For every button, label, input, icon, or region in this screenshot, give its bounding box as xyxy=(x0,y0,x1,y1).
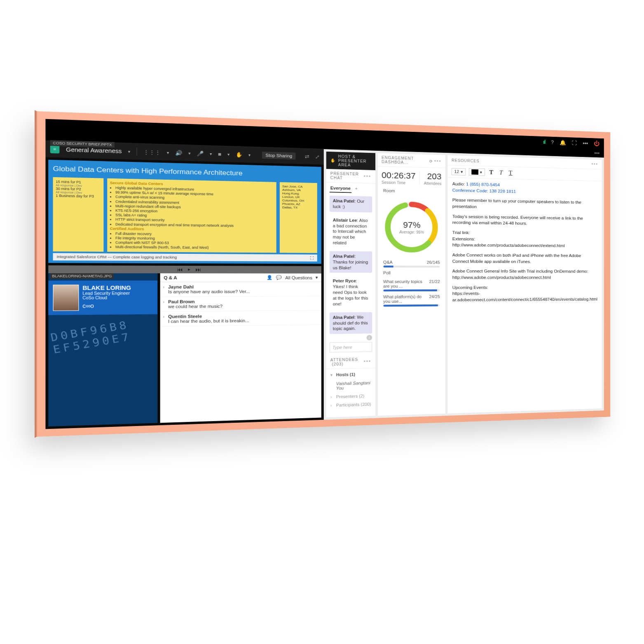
avatar xyxy=(53,285,79,311)
nametag-filename: BLAKELORING-NAMETAG.JPG xyxy=(50,273,114,279)
app-logo-icon[interactable]: ⌗ xyxy=(50,145,60,154)
session-time-label: Session Time xyxy=(382,180,416,185)
bell-icon[interactable]: 🔔 xyxy=(560,140,566,146)
pod-menu-icon[interactable]: ••• xyxy=(364,174,371,179)
fullscreen-icon[interactable]: ⛶ xyxy=(572,140,577,146)
slide-content: Global Data Centers with High Performanc… xyxy=(48,160,321,264)
qa-title: Q & A xyxy=(164,275,177,280)
coso-logo-icon: c∞o xyxy=(82,302,131,309)
qa-metric-value: 26/145 xyxy=(427,260,440,265)
presenter-chat-title: PRESENTER CHAT xyxy=(330,171,364,180)
expand-icon[interactable]: ⤢ xyxy=(315,154,320,159)
power-icon[interactable]: ⏻ xyxy=(594,141,600,147)
reply-icon[interactable]: 💬 xyxy=(276,275,282,280)
chat-message: Alna Patel: Our luck :) xyxy=(330,196,372,213)
chat-tab-everyone[interactable]: Everyone xyxy=(330,184,351,193)
stop-sharing-button[interactable]: Stop Sharing xyxy=(262,152,295,159)
chevron-down-icon[interactable]: ▾ xyxy=(316,275,318,280)
chevron-down-icon[interactable]: ▾ xyxy=(128,149,130,154)
share-pane: ⌗ General Awareness ▾ ⋮⋮⋮▾ 🔊▾ 🎤▾ ■▾ ✋▾ S… xyxy=(45,141,323,429)
pod-menu-icon[interactable]: ••• xyxy=(364,359,371,364)
video-icon[interactable]: ■ xyxy=(218,151,221,157)
poll-value: 21/22 xyxy=(429,279,440,288)
underline-button[interactable]: T xyxy=(507,169,514,176)
screen: ııll ? 🔔 ⛶ ••• ⏻ ••• ⌗ General Awarenes xyxy=(45,119,604,429)
font-size-select[interactable]: 12 ▾ xyxy=(452,168,466,175)
engagement-percent: 97% xyxy=(403,220,420,230)
info-icon[interactable]: i xyxy=(366,335,372,340)
nametag-pane: BLAKELORING-NAMETAG.JPG BLAKE LORING Lea… xyxy=(48,273,157,426)
speaker-icon[interactable]: 🔊 xyxy=(175,150,182,156)
integration-note: Integrated Salesforce CRM — Complete cas… xyxy=(53,253,317,262)
poll-section-label: Poll xyxy=(383,271,391,275)
audio-link[interactable]: 1 (855) 870-5454 xyxy=(466,182,500,187)
slide-title: Global Data Centers with High Performanc… xyxy=(53,165,317,179)
attendees-title: ATTENDEES xyxy=(330,358,358,363)
presenter-role: Lead Security Engineer xyxy=(82,291,131,296)
chat-message: Peter Ryce: Yikes! I think need Ops to l… xyxy=(330,276,372,309)
more-icon[interactable]: ••• xyxy=(594,150,600,156)
grid-icon[interactable]: ⋮⋮⋮ xyxy=(143,149,161,155)
chat-message: Alistair Lee: Also a bad connection to I… xyxy=(330,215,372,248)
resources-title: RESOURCES xyxy=(452,158,480,163)
dashboard-title: ENGAGEMENT DASHBOA... xyxy=(382,155,429,165)
assign-icon[interactable]: 👤 xyxy=(267,275,272,280)
session-time-value: 00:26:37 xyxy=(382,170,416,181)
hand-icon[interactable]: ✋ xyxy=(236,152,243,158)
help-icon[interactable]: ? xyxy=(551,139,554,145)
playback-controls[interactable]: ⏮ ▶ ⏭ xyxy=(48,266,321,274)
fullscreen-icon[interactable]: ⛶ xyxy=(310,256,314,260)
chat-input[interactable]: Type here xyxy=(330,342,372,353)
features-box: Secure Global Data Centers Highly availa… xyxy=(107,178,276,253)
attendee-group-hosts[interactable]: ▾Hosts (1) xyxy=(330,370,371,380)
hand-icon: ✋ xyxy=(330,158,336,163)
poll-label: What platform(s) do you use... xyxy=(383,294,429,304)
chat-message: Alna Patel: Thanks for joining us Blake! xyxy=(330,251,372,273)
mic-icon[interactable]: 🎤 xyxy=(197,150,204,157)
swap-icon[interactable]: ⇄ xyxy=(305,153,309,159)
host-presenter-area: ✋ HOST & PRESENTER AREA PRESENTER CHAT •… xyxy=(324,149,604,420)
poll-value: 24/25 xyxy=(429,294,440,303)
host-area-label: ✋ HOST & PRESENTER AREA xyxy=(326,152,375,170)
attendee-item[interactable]: Vaishali Sangtani You xyxy=(330,379,371,393)
resources-note[interactable]: Audio: 1 (855) 870-5454 Conference Code:… xyxy=(448,178,602,310)
qa-item[interactable]: Paul Brown we could hear the music? xyxy=(160,296,321,312)
attendee-group-presenters[interactable]: ›Presenters (2) xyxy=(330,391,371,401)
qa-metric-label: Q&A xyxy=(383,260,393,265)
bold-button[interactable]: T xyxy=(488,169,495,176)
pod-menu-icon[interactable]: ••• xyxy=(591,162,598,167)
conference-code-link[interactable]: Conference Code: 138 228 1811 xyxy=(452,188,516,194)
chat-message: Alna Patel: We should def do this topic … xyxy=(330,312,372,334)
pod-menu-icon[interactable]: ••• xyxy=(434,159,442,164)
engagement-ring: 97% Average: 95% xyxy=(382,198,441,255)
color-select[interactable]: ▾ xyxy=(468,168,485,176)
attendees-count: (203) xyxy=(332,362,343,366)
presenter-name: BLAKE LORING xyxy=(82,285,131,291)
qa-pod: Q & A 👤 💬 All Questions ▾ Jayne Dahl xyxy=(160,274,321,423)
italic-button[interactable]: T xyxy=(498,169,504,176)
qa-filter[interactable]: All Questions xyxy=(285,275,312,280)
more-icon[interactable]: ••• xyxy=(583,141,588,147)
signal-icon: ııll xyxy=(543,139,545,145)
refresh-icon[interactable]: ⟳ xyxy=(429,159,433,163)
add-chat-tab-icon[interactable]: + xyxy=(355,186,358,191)
engagement-average: Average: 95% xyxy=(399,230,424,234)
attendee-count-label: Attendees xyxy=(424,181,442,186)
presenter-org: CoSo Cloud xyxy=(82,296,131,300)
qa-item[interactable]: Quentin Steele I can hear the audio, but… xyxy=(160,311,321,327)
poll-label: What security topics are you ... xyxy=(383,279,429,288)
sla-box: 15 mins for P1 All response | Dev 30 min… xyxy=(53,177,104,252)
locations-box: San Jose, CA Ashburn, VA Hong Kong Londo… xyxy=(280,182,317,253)
qa-item[interactable]: Jayne Dahl Is anyone have any audio issu… xyxy=(160,282,321,297)
attendee-count-value: 203 xyxy=(424,171,442,182)
attendee-group-participants[interactable]: ›Participants (200) xyxy=(330,400,371,410)
